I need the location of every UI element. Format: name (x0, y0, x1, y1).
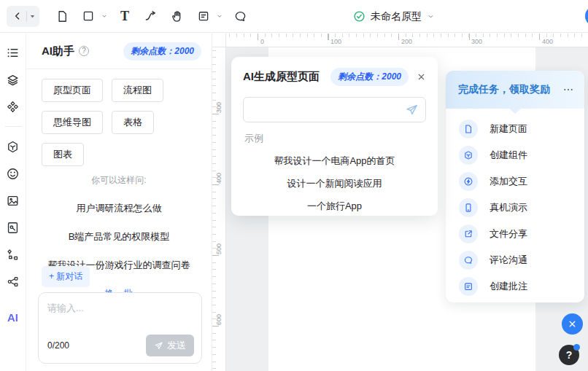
text-tool-icon: T (120, 9, 129, 24)
hand-tool-button[interactable] (166, 5, 188, 27)
connector-icon (144, 9, 158, 23)
credits-badge: 剩余点数：2000 (123, 42, 201, 60)
sidebar-item-share[interactable] (4, 273, 22, 290)
task-label: 添加交互 (490, 175, 527, 188)
task-item-new-page[interactable]: 新建页面 (446, 116, 584, 142)
ai-panel-title: AI助手 (42, 44, 74, 58)
ruler-label: 100 (330, 38, 341, 45)
example-item[interactable]: 帮我设计一个电商App的首页 (231, 155, 438, 168)
document-title: 未命名原型 (371, 10, 422, 23)
task-item-comment[interactable]: 评论沟通 (446, 247, 584, 273)
task-item-file-share[interactable]: 文件分享 (446, 221, 584, 247)
comment-tool-button[interactable] (229, 5, 251, 27)
chat-input[interactable] (47, 302, 193, 332)
sidebar-item-vector[interactable] (4, 246, 22, 263)
shape-tool-caret[interactable] (99, 5, 109, 27)
sidebar-item-pages[interactable] (4, 44, 22, 61)
caret-down-icon (101, 12, 108, 20)
sidebar-item-emoji[interactable] (4, 165, 22, 182)
task-item-device-preview[interactable]: 真机演示 (446, 195, 584, 221)
modal-close-button[interactable] (417, 72, 426, 82)
app-root: T (0, 0, 588, 371)
ai-generate-input[interactable] (250, 98, 405, 122)
modal-title: AI生成原型页面 (243, 70, 320, 84)
new-chat-button[interactable]: + 新对话 (42, 266, 90, 287)
task-item-create-component[interactable]: 创建组件 (446, 142, 584, 168)
sidebar-item-components[interactable] (4, 98, 22, 115)
device-icon (459, 198, 478, 217)
send-button[interactable]: 发送 (146, 335, 194, 356)
category-mindmap-button[interactable]: 思维导图 (42, 111, 103, 134)
document-title-menu[interactable]: 未命名原型 (353, 0, 435, 33)
ruler-label: 600 (215, 314, 223, 325)
ask-hint-label: 你可以这样问: (26, 174, 212, 187)
task-rewards-panel: 完成任务，领取奖励 新建页面 创建组件 (446, 71, 584, 302)
text-tool-button[interactable]: T (114, 5, 136, 27)
example-item[interactable]: 一个旅行App (231, 200, 438, 213)
send-button-label: 发送 (167, 339, 186, 352)
task-label: 创建批注 (490, 280, 527, 293)
prototype-file-icon (6, 221, 20, 235)
suggestion-item[interactable]: B端产品常见的权限模型 (26, 230, 212, 243)
paper-plane-icon (154, 341, 163, 351)
rectangle-icon (82, 9, 95, 23)
user-avatar[interactable] (585, 6, 588, 26)
dismiss-tasks-button[interactable] (562, 313, 583, 335)
task-panel-header: 完成任务，领取奖励 (446, 71, 584, 109)
task-list: 新建页面 创建组件 添加交互 真机演示 (446, 109, 584, 300)
layers-icon (6, 73, 20, 87)
generate-send-button[interactable] (405, 103, 419, 117)
back-button[interactable] (9, 5, 26, 27)
vector-path-icon (6, 248, 20, 262)
ruler-label: 400 (542, 38, 553, 45)
category-table-button[interactable]: 表格 (112, 111, 154, 134)
back-button-group (7, 6, 39, 27)
suggestion-item[interactable]: 用户调研流程怎么做 (26, 202, 212, 215)
category-prototype-button[interactable]: 原型页面 (42, 79, 103, 102)
ai-assistant-panel: AI助手 ? 剩余点数：2000 原型页面 流程图 思维导图 表格 图表 你可以… (26, 34, 212, 371)
char-counter: 0/200 (47, 340, 69, 351)
shape-tool-button[interactable] (77, 5, 99, 27)
annotation-icon (459, 277, 478, 296)
saved-check-icon (353, 10, 365, 23)
question-mark-icon: ? (566, 349, 573, 361)
modal-header: AI生成原型页面 剩余点数：2000 (231, 57, 438, 93)
speech-bubble-icon (233, 9, 247, 23)
sidebar-item-layers[interactable] (4, 71, 22, 88)
paper-plane-icon (405, 103, 419, 117)
components-icon (6, 100, 20, 114)
task-item-annotation[interactable]: 创建批注 (446, 273, 584, 300)
ai-generate-input-box (243, 97, 426, 122)
category-chart-button[interactable]: 图表 (42, 143, 84, 166)
top-toolbar: T (0, 0, 588, 33)
sidebar-item-prototype-file[interactable] (4, 219, 22, 236)
close-icon (568, 319, 577, 329)
new-page-tool-button[interactable] (51, 5, 73, 27)
page-icon (55, 9, 69, 23)
chevron-down-icon (427, 12, 435, 20)
task-panel-title: 完成任务，领取奖励 (458, 83, 550, 96)
ruler-corner (212, 34, 226, 47)
task-label: 文件分享 (490, 227, 527, 241)
caret-down-icon (216, 12, 223, 20)
chevron-left-icon (12, 10, 23, 22)
task-item-add-interaction[interactable]: 添加交互 (446, 168, 584, 195)
back-menu-caret[interactable] (27, 5, 37, 27)
panel-tool-button[interactable] (193, 5, 214, 27)
credits-badge: 剩余点数：2000 (330, 68, 409, 86)
sidebar-item-images[interactable] (4, 192, 22, 209)
connector-tool-button[interactable] (140, 5, 162, 27)
more-options-button[interactable] (562, 84, 574, 95)
comment-icon (459, 251, 478, 270)
sidebar-item-ai[interactable]: AI (4, 308, 22, 326)
ruler-label: 400 (215, 173, 223, 184)
help-icon[interactable]: ? (79, 46, 89, 56)
panel-tool-caret[interactable] (214, 5, 225, 27)
example-item[interactable]: 设计一个新闻阅读应用 (231, 177, 438, 190)
ai-category-buttons: 原型页面 流程图 思维导图 表格 图表 (26, 69, 212, 168)
sidebar-item-resources[interactable] (4, 138, 22, 155)
notification-dot (573, 344, 580, 351)
help-fab-button[interactable]: ? (559, 345, 579, 365)
task-label: 真机演示 (490, 201, 527, 214)
category-flowchart-button[interactable]: 流程图 (112, 79, 163, 102)
